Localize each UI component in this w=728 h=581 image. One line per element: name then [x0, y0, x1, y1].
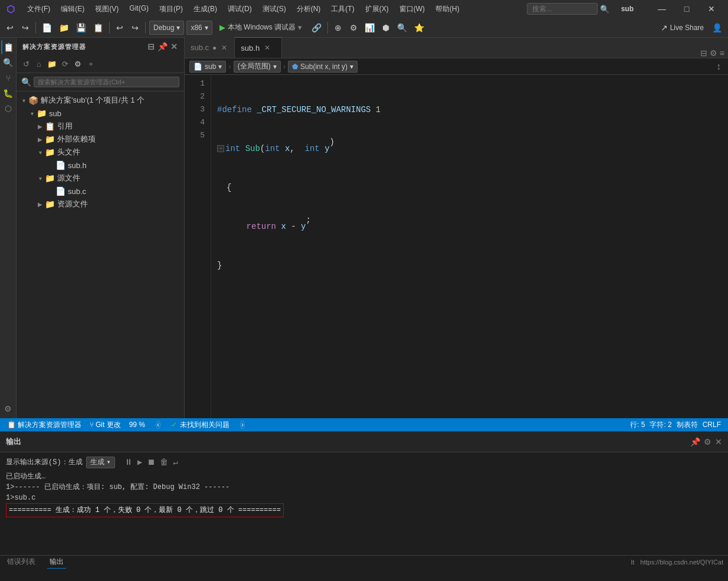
- tree-source-files[interactable]: ▾ 📁 源文件: [17, 172, 184, 185]
- breadcrumb-file-dropdown[interactable]: 📄 sub ▾: [189, 61, 226, 73]
- activity-search[interactable]: 🔍: [1, 55, 15, 70]
- split-editor-icon[interactable]: ⊟: [700, 48, 707, 58]
- panel-close-icon[interactable]: ✕: [715, 437, 722, 447]
- panel-settings-icon[interactable]: ⚙: [704, 437, 711, 447]
- tree-sub-c[interactable]: 📄 sub.c: [17, 185, 184, 198]
- toolbar-extra-2[interactable]: ⚙: [347, 21, 360, 35]
- activity-settings[interactable]: ⚙: [1, 402, 15, 416]
- sidebar-history-btn[interactable]: ⟳: [59, 58, 71, 70]
- status-nav-left[interactable]: ‹: [156, 421, 160, 429]
- code-editor[interactable]: 1 2 3 4 5 #define _CRT_SECURE_NO_WARNING…: [185, 75, 728, 418]
- scroll-icon[interactable]: ↕: [714, 61, 723, 72]
- status-zoom[interactable]: 99 %: [127, 418, 147, 431]
- tree-header-files[interactable]: ▾ 📁 头文件: [17, 146, 184, 159]
- run-button[interactable]: ▶ 本地 Windows 调试器 ▾: [215, 21, 307, 35]
- status-tab[interactable]: 制表符: [674, 418, 700, 431]
- sidebar-collapse-icon[interactable]: ⊟: [147, 42, 155, 51]
- activity-debug[interactable]: 🐛: [1, 86, 15, 100]
- status-encoding[interactable]: CRLF: [700, 418, 723, 431]
- minimize-button[interactable]: —: [650, 0, 674, 18]
- tree-project[interactable]: ▾ 📁 sub: [17, 107, 184, 120]
- tree-external-deps[interactable]: ▶ 📁 外部依赖项: [17, 133, 184, 146]
- tree-resource-files[interactable]: ▶ 📁 资源文件: [17, 198, 184, 211]
- menu-test[interactable]: 测试(S): [258, 3, 291, 15]
- menu-git[interactable]: Git(G): [124, 3, 153, 15]
- toolbar-back-btn[interactable]: ↩: [4, 21, 17, 35]
- platform-dropdown[interactable]: x86 ▾: [186, 21, 212, 35]
- sidebar-sync-btn[interactable]: ↺: [20, 58, 32, 70]
- toolbar-new-btn[interactable]: 📄: [40, 21, 54, 35]
- close-button[interactable]: ✕: [700, 0, 723, 18]
- editor-scrollbar[interactable]: [720, 75, 728, 418]
- tab-sub-h[interactable]: sub.h ✕: [235, 37, 282, 58]
- sidebar-settings-btn[interactable]: ⚙: [72, 58, 84, 70]
- toolbar-extra-6[interactable]: ⭐: [412, 21, 427, 35]
- tree-solution[interactable]: ▾ 📦 解决方案'sub'(1 个项目/共 1 个: [17, 94, 184, 107]
- menu-analyze[interactable]: 分析(N): [292, 3, 326, 15]
- tree-sub-h[interactable]: 📄 sub.h: [17, 159, 184, 172]
- tab-sub-c[interactable]: sub.c ● ✕: [185, 37, 235, 58]
- menu-file[interactable]: 文件(F): [22, 3, 55, 15]
- sidebar-add-btn[interactable]: +: [85, 58, 97, 70]
- toolbar-extra-5[interactable]: 🔍: [395, 21, 409, 35]
- toolbar-save-all-btn[interactable]: 📋: [91, 21, 106, 35]
- panel-scrollbar[interactable]: [720, 452, 728, 555]
- toolbar-open-btn[interactable]: 📁: [57, 21, 71, 35]
- status-git-changes[interactable]: ⑂ Git 更改: [87, 418, 123, 431]
- activity-git[interactable]: ⑂: [1, 71, 15, 85]
- code-content[interactable]: #define _CRT_SECURE_NO_WARNINGS 1 −int S…: [211, 75, 720, 418]
- toolbar-extra-3[interactable]: 📊: [362, 21, 377, 35]
- status-col[interactable]: 字符: 2: [647, 418, 674, 431]
- panel-stop-icon[interactable]: ⏸: [123, 456, 134, 469]
- status-nav-right[interactable]: ›: [240, 421, 245, 429]
- status-check-msg[interactable]: ✓ 未找到相关问题: [169, 418, 232, 431]
- toolbar-extra-1[interactable]: ⊕: [332, 21, 345, 35]
- bottom-tab-errors[interactable]: 错误列表: [5, 556, 38, 569]
- activity-extensions[interactable]: ⬡: [1, 101, 15, 116]
- menu-project[interactable]: 项目(P): [155, 3, 188, 15]
- output-source-dropdown[interactable]: 生成 ▾: [86, 457, 115, 468]
- toolbar-user-btn[interactable]: 👤: [710, 21, 724, 35]
- sidebar-close-icon[interactable]: ✕: [170, 42, 178, 51]
- tree-references[interactable]: ▶ 📋 引用: [17, 120, 184, 133]
- debug-config-dropdown[interactable]: Debug ▾: [149, 21, 184, 35]
- menu-debug[interactable]: 调试(D): [223, 3, 257, 15]
- status-solution-explorer[interactable]: 📋 解决方案资源管理器: [5, 418, 84, 431]
- tab-sub-c-close[interactable]: ✕: [220, 43, 228, 52]
- menu-extensions[interactable]: 扩展(X): [360, 3, 393, 15]
- sidebar-pin-icon[interactable]: 📌: [158, 42, 168, 51]
- breadcrumb-symbol-dropdown[interactable]: ⬟ Sub(int x, int y) ▾: [288, 61, 358, 73]
- editor-more-icon[interactable]: ≡: [720, 48, 724, 58]
- breadcrumb-scope-dropdown[interactable]: (全局范围) ▾: [234, 61, 281, 73]
- fold-button[interactable]: −: [217, 145, 224, 152]
- panel-pin-icon[interactable]: 📌: [690, 437, 700, 447]
- title-search-input[interactable]: [527, 3, 598, 15]
- tab-sub-h-close[interactable]: ✕: [263, 43, 271, 52]
- panel-word-wrap-icon[interactable]: ↵: [172, 456, 179, 469]
- live-share-button[interactable]: ↗ Live Share: [657, 22, 707, 34]
- sidebar-home-btn[interactable]: ⌂: [33, 58, 45, 70]
- menu-tools[interactable]: 工具(T): [326, 3, 359, 15]
- sidebar-search-input[interactable]: [34, 77, 179, 87]
- toolbar-extra-4[interactable]: ⬢: [379, 21, 392, 35]
- activity-explorer[interactable]: 📋: [1, 40, 15, 54]
- panel-clear-icon[interactable]: 🗑: [159, 456, 169, 469]
- menu-build[interactable]: 生成(B): [189, 3, 222, 15]
- bottom-tab-output[interactable]: 输出: [47, 556, 66, 569]
- panel-play-icon[interactable]: ▶: [136, 456, 143, 469]
- menu-window[interactable]: 窗口(W): [395, 3, 429, 15]
- sidebar-folder-btn[interactable]: 📁: [46, 58, 58, 70]
- csdn-link[interactable]: https://blog.csdn.net/QIYICat: [640, 559, 723, 566]
- menu-edit[interactable]: 编辑(E): [56, 3, 89, 15]
- toolbar-redo-btn[interactable]: ↪: [129, 21, 142, 35]
- status-line[interactable]: 行: 5: [628, 418, 647, 431]
- toolbar-attach-btn[interactable]: 🔗: [309, 21, 324, 35]
- menu-help[interactable]: 帮助(H): [431, 3, 464, 15]
- menu-view[interactable]: 视图(V): [90, 3, 123, 15]
- editor-settings-icon[interactable]: ⚙: [710, 48, 717, 58]
- maximize-button[interactable]: □: [675, 0, 699, 18]
- panel-stop2-icon[interactable]: ⏹: [146, 456, 156, 469]
- toolbar-save-btn[interactable]: 💾: [74, 21, 88, 35]
- toolbar-forward-btn[interactable]: ↪: [19, 21, 32, 35]
- toolbar-undo-btn[interactable]: ↩: [113, 21, 126, 35]
